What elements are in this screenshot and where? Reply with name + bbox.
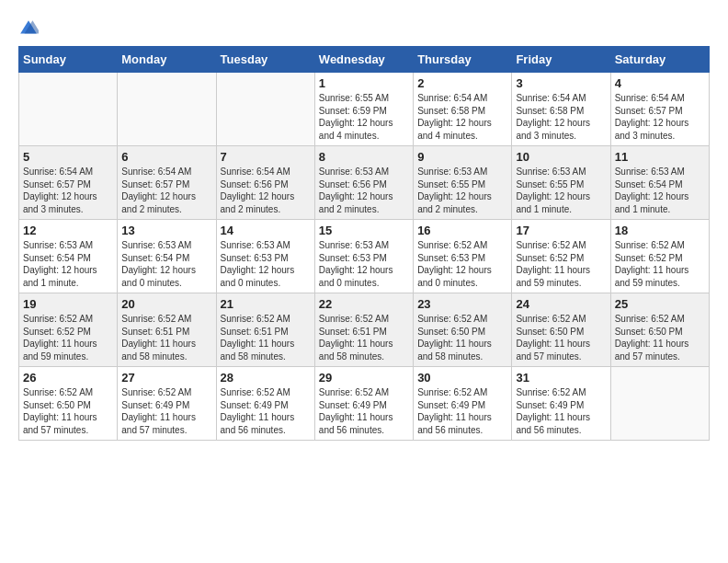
day-info: Sunrise: 6:52 AM Sunset: 6:51 PM Dayligh… [319,313,409,362]
day-info: Sunrise: 6:53 AM Sunset: 6:53 PM Dayligh… [319,239,409,289]
calendar-day-cell: 22Sunrise: 6:52 AM Sunset: 6:51 PM Dayli… [314,293,413,367]
calendar-day-cell: 4Sunrise: 6:54 AM Sunset: 6:57 PM Daylig… [610,73,709,146]
day-info: Sunrise: 6:52 AM Sunset: 6:52 PM Dayligh… [615,239,705,289]
day-number: 21 [221,297,311,311]
day-number: 26 [23,371,113,385]
calendar-day-cell: 17Sunrise: 6:52 AM Sunset: 6:52 PM Dayli… [512,220,610,293]
day-info: Sunrise: 6:52 AM Sunset: 6:51 PM Dayligh… [121,313,211,362]
day-number: 1 [319,76,409,90]
day-number: 22 [319,297,409,311]
calendar-day-cell: 3Sunrise: 6:54 AM Sunset: 6:58 PM Daylig… [512,73,610,146]
calendar-day-cell: 31Sunrise: 6:52 AM Sunset: 6:49 PM Dayli… [512,367,610,441]
day-number: 23 [417,297,507,311]
day-number: 19 [23,297,113,311]
day-info: Sunrise: 6:52 AM Sunset: 6:53 PM Dayligh… [417,239,507,289]
day-number: 13 [121,224,211,237]
calendar-day-cell: 10Sunrise: 6:53 AM Sunset: 6:55 PM Dayli… [512,146,610,220]
calendar-day-cell: 8Sunrise: 6:53 AM Sunset: 6:56 PM Daylig… [314,146,413,220]
calendar-day-cell: 15Sunrise: 6:53 AM Sunset: 6:53 PM Dayli… [314,220,413,293]
calendar-day-cell: 28Sunrise: 6:52 AM Sunset: 6:49 PM Dayli… [216,367,314,441]
calendar-day-cell: 2Sunrise: 6:54 AM Sunset: 6:58 PM Daylig… [414,73,512,146]
weekday-header-tuesday: Tuesday [216,47,314,73]
day-number: 20 [121,297,211,311]
calendar-day-cell: 20Sunrise: 6:52 AM Sunset: 6:51 PM Dayli… [118,293,216,367]
day-info: Sunrise: 6:52 AM Sunset: 6:50 PM Dayligh… [23,386,113,436]
day-info: Sunrise: 6:52 AM Sunset: 6:52 PM Dayligh… [23,313,113,362]
day-number: 4 [615,76,705,90]
day-info: Sunrise: 6:52 AM Sunset: 6:50 PM Dayligh… [516,313,606,362]
calendar-day-cell: 23Sunrise: 6:52 AM Sunset: 6:50 PM Dayli… [414,293,512,367]
calendar-day-cell: 16Sunrise: 6:52 AM Sunset: 6:53 PM Dayli… [414,220,512,293]
day-info: Sunrise: 6:53 AM Sunset: 6:54 PM Dayligh… [121,239,211,289]
day-number: 7 [221,150,311,164]
day-info: Sunrise: 6:53 AM Sunset: 6:53 PM Dayligh… [221,239,311,289]
calendar-week-row: 26Sunrise: 6:52 AM Sunset: 6:50 PM Dayli… [19,367,710,441]
calendar-day-cell: 18Sunrise: 6:52 AM Sunset: 6:52 PM Dayli… [610,220,709,293]
calendar-week-row: 1Sunrise: 6:55 AM Sunset: 6:59 PM Daylig… [19,73,710,146]
day-info: Sunrise: 6:52 AM Sunset: 6:52 PM Dayligh… [516,239,606,289]
day-number: 10 [516,150,606,164]
weekday-header-row: SundayMondayTuesdayWednesdayThursdayFrid… [19,47,710,73]
day-info: Sunrise: 6:54 AM Sunset: 6:58 PM Dayligh… [417,92,507,142]
calendar-day-cell: 5Sunrise: 6:54 AM Sunset: 6:57 PM Daylig… [19,146,118,220]
logo [18,18,42,39]
calendar-table: SundayMondayTuesdayWednesdayThursdayFrid… [18,46,710,441]
calendar-day-cell: 11Sunrise: 6:53 AM Sunset: 6:54 PM Dayli… [610,146,709,220]
day-info: Sunrise: 6:54 AM Sunset: 6:57 PM Dayligh… [121,166,211,215]
day-info: Sunrise: 6:53 AM Sunset: 6:55 PM Dayligh… [417,166,507,215]
calendar-day-cell [216,73,314,146]
calendar-day-cell: 29Sunrise: 6:52 AM Sunset: 6:49 PM Dayli… [314,367,413,441]
day-info: Sunrise: 6:52 AM Sunset: 6:51 PM Dayligh… [221,313,311,362]
day-number: 31 [516,371,606,385]
day-number: 30 [417,371,507,385]
day-number: 3 [516,76,606,90]
calendar-day-cell: 21Sunrise: 6:52 AM Sunset: 6:51 PM Dayli… [216,293,314,367]
weekday-header-sunday: Sunday [19,47,118,73]
day-info: Sunrise: 6:53 AM Sunset: 6:56 PM Dayligh… [319,166,409,215]
weekday-header-monday: Monday [118,47,216,73]
calendar-day-cell: 9Sunrise: 6:53 AM Sunset: 6:55 PM Daylig… [414,146,512,220]
calendar-day-cell: 6Sunrise: 6:54 AM Sunset: 6:57 PM Daylig… [118,146,216,220]
calendar-day-cell: 12Sunrise: 6:53 AM Sunset: 6:54 PM Dayli… [19,220,118,293]
day-number: 29 [319,371,409,385]
day-info: Sunrise: 6:54 AM Sunset: 6:57 PM Dayligh… [615,92,705,142]
day-info: Sunrise: 6:54 AM Sunset: 6:58 PM Dayligh… [516,92,606,142]
weekday-header-thursday: Thursday [414,47,512,73]
calendar-day-cell [610,367,709,441]
page: SundayMondayTuesdayWednesdayThursdayFrid… [0,0,728,450]
day-info: Sunrise: 6:52 AM Sunset: 6:49 PM Dayligh… [121,386,211,436]
calendar-day-cell: 26Sunrise: 6:52 AM Sunset: 6:50 PM Dayli… [19,367,118,441]
day-info: Sunrise: 6:52 AM Sunset: 6:49 PM Dayligh… [319,386,409,436]
day-number: 5 [23,150,113,164]
day-info: Sunrise: 6:52 AM Sunset: 6:49 PM Dayligh… [516,386,606,436]
day-number: 16 [417,224,507,237]
day-info: Sunrise: 6:52 AM Sunset: 6:49 PM Dayligh… [417,386,507,436]
weekday-header-wednesday: Wednesday [314,47,413,73]
day-number: 12 [23,224,113,237]
calendar-day-cell: 19Sunrise: 6:52 AM Sunset: 6:52 PM Dayli… [19,293,118,367]
day-number: 9 [417,150,507,164]
calendar-day-cell: 27Sunrise: 6:52 AM Sunset: 6:49 PM Dayli… [118,367,216,441]
calendar-day-cell: 14Sunrise: 6:53 AM Sunset: 6:53 PM Dayli… [216,220,314,293]
day-number: 24 [516,297,606,311]
header [18,18,710,39]
calendar-day-cell: 24Sunrise: 6:52 AM Sunset: 6:50 PM Dayli… [512,293,610,367]
day-info: Sunrise: 6:53 AM Sunset: 6:55 PM Dayligh… [516,166,606,215]
calendar-day-cell [19,73,118,146]
day-info: Sunrise: 6:55 AM Sunset: 6:59 PM Dayligh… [319,92,409,142]
day-number: 28 [221,371,311,385]
day-info: Sunrise: 6:53 AM Sunset: 6:54 PM Dayligh… [615,166,705,215]
day-number: 6 [121,150,211,164]
day-number: 2 [417,76,507,90]
day-info: Sunrise: 6:52 AM Sunset: 6:49 PM Dayligh… [221,386,311,436]
day-info: Sunrise: 6:52 AM Sunset: 6:50 PM Dayligh… [417,313,507,362]
calendar-day-cell: 13Sunrise: 6:53 AM Sunset: 6:54 PM Dayli… [118,220,216,293]
day-number: 27 [121,371,211,385]
day-number: 8 [319,150,409,164]
day-info: Sunrise: 6:53 AM Sunset: 6:54 PM Dayligh… [23,239,113,289]
day-number: 17 [516,224,606,237]
day-number: 14 [221,224,311,237]
day-info: Sunrise: 6:54 AM Sunset: 6:56 PM Dayligh… [221,166,311,215]
day-info: Sunrise: 6:54 AM Sunset: 6:57 PM Dayligh… [23,166,113,215]
day-number: 18 [615,224,705,237]
